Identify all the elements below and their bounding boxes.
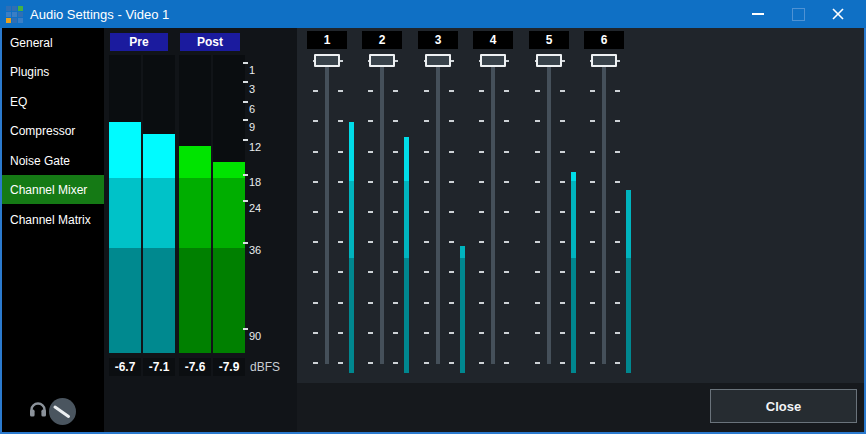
- meter-bar-segment: [349, 181, 354, 258]
- sidebar-item-plugins[interactable]: Plugins: [0, 57, 104, 86]
- slider-tick: [535, 211, 540, 213]
- slider-tick: [393, 151, 398, 153]
- slider-tick: [393, 90, 398, 92]
- channel-header-5: 5: [529, 31, 569, 49]
- window-border-left: [0, 28, 2, 434]
- slider-tick: [338, 362, 343, 364]
- slider-tick: [560, 211, 565, 213]
- pre-meter-label: Pre: [110, 33, 168, 51]
- db-scale-label: 12: [249, 141, 261, 153]
- slider-tick: [479, 271, 484, 273]
- slider-tick: [479, 211, 484, 213]
- channel-slider-track-6[interactable]: [602, 60, 606, 364]
- channel-header-3: 3: [418, 31, 458, 49]
- channel-slider-handle-3[interactable]: [425, 54, 451, 67]
- slider-tick: [449, 362, 454, 364]
- meter-bar-segment: [143, 178, 175, 248]
- monitor-volume-knob[interactable]: [49, 398, 76, 425]
- slider-tick: [368, 181, 373, 183]
- slider-tick: [393, 362, 398, 364]
- channel-slider-track-1[interactable]: [325, 60, 329, 364]
- close-window-button[interactable]: [818, 0, 858, 28]
- slider-tick: [338, 302, 343, 304]
- slider-tick: [479, 332, 484, 334]
- channel-level-meter-1: [349, 0, 354, 434]
- app-logo-square: [6, 18, 11, 23]
- channel-slider-handle-6[interactable]: [591, 54, 617, 67]
- slider-tick: [615, 120, 620, 122]
- slider-tick: [504, 302, 509, 304]
- slider-tick: [504, 90, 509, 92]
- slider-tick: [535, 302, 540, 304]
- post-left-reading: -7.6: [179, 358, 211, 376]
- slider-tick: [504, 271, 509, 273]
- titlebar: Audio Settings - Video 1: [0, 0, 866, 28]
- slider-tick: [424, 362, 429, 364]
- slider-tick: [615, 332, 620, 334]
- channel-slider-track-4[interactable]: [491, 60, 495, 364]
- slider-tick: [479, 362, 484, 364]
- channel-slider-track-5[interactable]: [547, 60, 551, 364]
- meter-bar-segment: [213, 162, 245, 178]
- slider-tick: [535, 181, 540, 183]
- channel-slider-handle-5[interactable]: [536, 54, 562, 67]
- slider-tick: [590, 362, 595, 364]
- slider-tick: [449, 302, 454, 304]
- slider-tick: [313, 241, 318, 243]
- sidebar-item-compressor[interactable]: Compressor: [0, 116, 104, 145]
- slider-tick: [615, 271, 620, 273]
- slider-tick: [313, 332, 318, 334]
- sidebar-item-eq[interactable]: EQ: [0, 87, 104, 116]
- slider-tick: [338, 151, 343, 153]
- sidebar-item-channel-mixer[interactable]: Channel Mixer: [0, 175, 104, 204]
- slider-tick: [368, 120, 373, 122]
- db-scale-label: 24: [249, 202, 261, 214]
- minimize-button[interactable]: [738, 0, 778, 28]
- slider-tick: [393, 332, 398, 334]
- slider-tick: [504, 241, 509, 243]
- db-scale-tick: [243, 174, 248, 176]
- db-scale-label: 36: [249, 244, 261, 256]
- slider-tick: [424, 302, 429, 304]
- headphones-icon[interactable]: [29, 401, 47, 422]
- channel-slider-track-2[interactable]: [380, 60, 384, 364]
- slider-tick: [535, 90, 540, 92]
- slider-tick: [368, 90, 373, 92]
- slider-tick: [479, 90, 484, 92]
- slider-tick: [615, 181, 620, 183]
- slider-tick: [560, 90, 565, 92]
- slider-tick: [393, 211, 398, 213]
- app-logo-square: [12, 12, 17, 17]
- slider-tick: [368, 362, 373, 364]
- db-scale-tick: [243, 328, 248, 330]
- db-scale-tick: [243, 101, 248, 103]
- slider-tick: [615, 302, 620, 304]
- meter-bar-segment: [179, 248, 211, 353]
- meter-bar-segment: [626, 190, 631, 258]
- close-button[interactable]: Close: [710, 389, 857, 423]
- meter-column: [143, 55, 175, 353]
- slider-tick: [590, 332, 595, 334]
- slider-tick: [424, 90, 429, 92]
- maximize-button[interactable]: [778, 0, 818, 28]
- sidebar-item-general[interactable]: General: [0, 28, 104, 57]
- sidebar-item-noise-gate[interactable]: Noise Gate: [0, 146, 104, 175]
- db-scale-tick: [243, 139, 248, 141]
- slider-tick: [449, 151, 454, 153]
- slider-tick: [393, 302, 398, 304]
- slider-tick: [393, 181, 398, 183]
- channel-slider-handle-2[interactable]: [369, 54, 395, 67]
- window-title: Audio Settings - Video 1: [30, 7, 169, 22]
- sidebar-item-channel-matrix[interactable]: Channel Matrix: [0, 205, 104, 234]
- app-logo-square: [18, 12, 23, 17]
- slider-tick: [338, 271, 343, 273]
- slider-tick: [504, 211, 509, 213]
- app-logo-square: [18, 6, 23, 11]
- channel-slider-track-3[interactable]: [436, 60, 440, 364]
- channel-slider-handle-1[interactable]: [314, 54, 340, 67]
- slider-tick: [449, 181, 454, 183]
- db-scale-label: 6: [249, 103, 255, 115]
- channel-slider-handle-4[interactable]: [480, 54, 506, 67]
- meter-bar-segment: [404, 137, 409, 181]
- dbfs-unit-label: dBFS: [250, 358, 280, 376]
